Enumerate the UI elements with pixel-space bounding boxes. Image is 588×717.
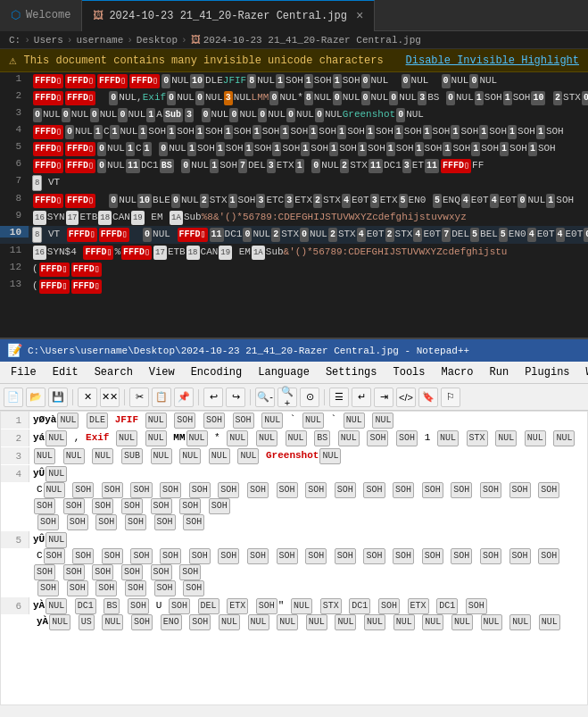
toolbar-zoom-in[interactable]: 🔍+ bbox=[277, 388, 297, 407]
line-number-1: 1 bbox=[0, 72, 29, 84]
toolbar-bookmark[interactable]: ⚐ bbox=[441, 388, 460, 407]
np-line-content-2: yáNUL , Exif NUL NUL MMNUL * NUL NUL NUL… bbox=[29, 429, 587, 447]
menu-window[interactable]: Window bbox=[579, 363, 588, 381]
menu-edit[interactable]: Edit bbox=[46, 363, 86, 381]
code-line-4: 4 FFFD▯0NUL1C1NUL1SOH1SOH1SOH1SOH1SOH1SO… bbox=[0, 123, 588, 140]
menu-search[interactable]: Search bbox=[87, 363, 140, 381]
np-line-content-4: yÛNUL CNUL SOH SOH SOH SOH SOH SOH SOH S… bbox=[29, 465, 587, 531]
menu-plugins[interactable]: Plugins bbox=[518, 363, 576, 381]
toolbar-wrap[interactable]: ↵ bbox=[352, 388, 371, 407]
line-content-5: FFFD▯FFFD▯0NUL1C1 0NUL1SOH1SOH1SOH1SOH1S… bbox=[29, 140, 588, 157]
line-number-2: 2 bbox=[0, 89, 29, 101]
code-line-7: 7 8 VT bbox=[0, 174, 588, 192]
np-line-content-5: yÛNUL CSOH SOH SOH SOH SOH SOH SOH SOH S… bbox=[29, 531, 587, 597]
line-number-4: 4 bbox=[0, 123, 29, 135]
line-content-2: FFFD▯FFFD▯ 0NUL,Exif0NUL0NUL3NULLMM0NUL*… bbox=[29, 89, 588, 106]
line-content-11: 16SYN$4 FFFD▯%FFFD▯17ETB18CAN19 EM1ASub&… bbox=[29, 244, 588, 261]
toolbar-zoom-reset[interactable]: ⊙ bbox=[300, 388, 319, 407]
code-line-3: 3 0NUL0NUL0NUL0NUL1ASub3 0NUL0NUL0NUL0NU… bbox=[0, 106, 588, 123]
code-line-8: 8 FFFD▯FFFD▯ 0NUL10BLE0NUL2STX1SOH3ETC3E… bbox=[0, 192, 588, 209]
menu-file[interactable]: File bbox=[4, 363, 44, 381]
np-code-line-1: 1 yØyàNUL DLE JFIF NUL SOH SOH SOH NUL `… bbox=[1, 412, 587, 429]
np-code-line-3: 3 NUL NUL NUL SUB NUL NUL NUL NUL Greens… bbox=[1, 447, 587, 465]
hex-fffd2: FFFD▯ bbox=[65, 74, 95, 88]
close-icon[interactable]: × bbox=[356, 9, 363, 23]
menu-tools[interactable]: Tools bbox=[385, 363, 432, 381]
hex-fffd: FFFD▯ bbox=[33, 74, 63, 88]
hex-fffd3: FFFD▯ bbox=[97, 74, 128, 88]
line-content-10: 8 VT FFFD▯FFFD▯ 0NUL FFFD▯11DC10NUL2STX0… bbox=[29, 226, 588, 244]
menu-settings[interactable]: Settings bbox=[319, 363, 385, 381]
np-line-number-4: 4 bbox=[1, 465, 29, 482]
menu-macro[interactable]: Macro bbox=[435, 363, 481, 381]
notepad-title-bar: 📝 C:\Users\username\Desktop\2024-10-23 2… bbox=[0, 339, 588, 362]
line-number-13: 13 bbox=[0, 278, 29, 289]
code-line-12: 12 (FFFD▯FFFD▯ bbox=[0, 261, 588, 278]
hex-null: 0 bbox=[161, 74, 170, 88]
menu-language[interactable]: Language bbox=[251, 363, 317, 381]
vscode-code-area: 1 FFFD▯FFFD▯FFFD▯FFFD▯0NUL10DLEJFIF8NUL1… bbox=[0, 72, 588, 338]
toolbar-zoom-out[interactable]: 🔍- bbox=[255, 388, 275, 407]
line-number-3: 3 bbox=[0, 106, 29, 118]
np-line-content-6: yÀNUL DC1 BS SOH U SOH DEL ETX SOH" NUL … bbox=[29, 597, 587, 631]
line-content-3: 0NUL0NUL0NUL0NUL1ASub3 0NUL0NUL0NUL0NUL0… bbox=[29, 106, 588, 123]
np-line-content-3: NUL NUL NUL SUB NUL NUL NUL NUL Greensho… bbox=[29, 447, 587, 465]
toolbar-redo[interactable]: ↪ bbox=[226, 388, 245, 407]
line-number-12: 12 bbox=[0, 261, 29, 272]
vs-icon: ⬡ bbox=[11, 8, 21, 22]
toolbar-save[interactable]: 💾 bbox=[48, 388, 68, 407]
tab-image[interactable]: 🖼 2024-10-23 21_41_20-Razer Central.jpg … bbox=[82, 0, 375, 31]
toolbar-new[interactable]: 📄 bbox=[4, 388, 23, 407]
toolbar-closeall[interactable]: ✕✕ bbox=[100, 388, 120, 407]
toolbar-copy[interactable]: 📋 bbox=[152, 388, 171, 407]
line-content-7: 8 VT bbox=[29, 174, 588, 192]
line-number-10: 10 bbox=[0, 226, 29, 238]
toolbar-paste[interactable]: 📌 bbox=[174, 388, 194, 407]
line-content-4: FFFD▯0NUL1C1NUL1SOH1SOH1SOH1SOH1SOH1SOH1… bbox=[29, 123, 588, 140]
np-line-number-2: 2 bbox=[1, 429, 29, 446]
np-code-line-4: 4 yÛNUL CNUL SOH SOH SOH SOH SOH SOH SOH… bbox=[1, 465, 587, 531]
toolbar-align-left[interactable]: ☰ bbox=[329, 388, 349, 407]
menu-view[interactable]: View bbox=[142, 363, 182, 381]
np-line-number-1: 1 bbox=[1, 412, 29, 429]
toolbar-indent[interactable]: ⇥ bbox=[374, 388, 393, 407]
code-line-13: 13 (FFFD▯FFFD▯ bbox=[0, 278, 588, 295]
line-number-5: 5 bbox=[0, 140, 29, 152]
menu-run[interactable]: Run bbox=[483, 363, 517, 381]
notepad-menu-bar: File Edit Search View Encoding Language … bbox=[0, 362, 588, 384]
line-number-9: 9 bbox=[0, 209, 29, 221]
code-line-2: 2 FFFD▯FFFD▯ 0NUL,Exif0NUL0NUL3NULLMM0NU… bbox=[0, 89, 588, 106]
code-line-5: 5 FFFD▯FFFD▯0NUL1C1 0NUL1SOH1SOH1SOH1SOH… bbox=[0, 140, 588, 157]
np-line-number-5: 5 bbox=[1, 531, 29, 548]
notepad-app-icon: 📝 bbox=[7, 343, 22, 358]
line-content-1: FFFD▯FFFD▯FFFD▯FFFD▯0NUL10DLEJFIF8NUL1SO… bbox=[29, 72, 588, 89]
toolbar-sep-4 bbox=[250, 389, 251, 405]
toolbar-open[interactable]: 📂 bbox=[26, 388, 46, 407]
hex-fffd4: FFFD▯ bbox=[129, 74, 160, 88]
toolbar-cut[interactable]: ✂ bbox=[129, 388, 149, 407]
line-content-6: FFFD▯FFFD▯0NUL11DC1BS 0NUL1SOH7DEL3ETX1 … bbox=[29, 157, 588, 174]
code-line-10: 10 8 VT FFFD▯FFFD▯ 0NUL FFFD▯11DC10NUL2S… bbox=[0, 226, 588, 244]
tab-welcome[interactable]: ⬡ Welcome bbox=[0, 0, 82, 31]
menu-encoding[interactable]: Encoding bbox=[184, 363, 250, 381]
hex-10: 10 bbox=[190, 74, 204, 88]
code-line-9: 9 16SYN17ETB18CAN19 EM 1ASub%8&'()*56789… bbox=[0, 209, 588, 226]
np-line-number-3: 3 bbox=[1, 447, 29, 464]
tab-welcome-label: Welcome bbox=[26, 9, 70, 21]
notepad-title: C:\Users\username\Desktop\2024-10-23 21_… bbox=[28, 346, 469, 356]
warning-text: This document contains many invisible un… bbox=[23, 54, 398, 67]
toolbar-sep-5 bbox=[324, 389, 325, 405]
line-number-6: 6 bbox=[0, 157, 29, 169]
np-code-line-2: 2 yáNUL , Exif NUL NUL MMNUL * NUL NUL N… bbox=[1, 429, 587, 447]
warning-bar: ⚠ This document contains many invisible … bbox=[0, 49, 588, 72]
line-content-12: (FFFD▯FFFD▯ bbox=[29, 261, 588, 278]
toolbar-close[interactable]: ✕ bbox=[78, 388, 97, 407]
toolbar-undo[interactable]: ↩ bbox=[203, 388, 223, 407]
toolbar-find[interactable]: 🔖 bbox=[418, 388, 438, 407]
np-line-number-6: 6 bbox=[1, 597, 29, 614]
toolbar-xml[interactable]: </> bbox=[396, 388, 416, 407]
line-number-11: 11 bbox=[0, 244, 29, 255]
breadcrumb: C: › Users › username › Desktop › 🖼 2024… bbox=[0, 31, 588, 49]
disable-invisible-highlight-link[interactable]: Disable Invisible Highlight bbox=[406, 54, 579, 67]
img-icon: 🖼 bbox=[93, 9, 104, 22]
